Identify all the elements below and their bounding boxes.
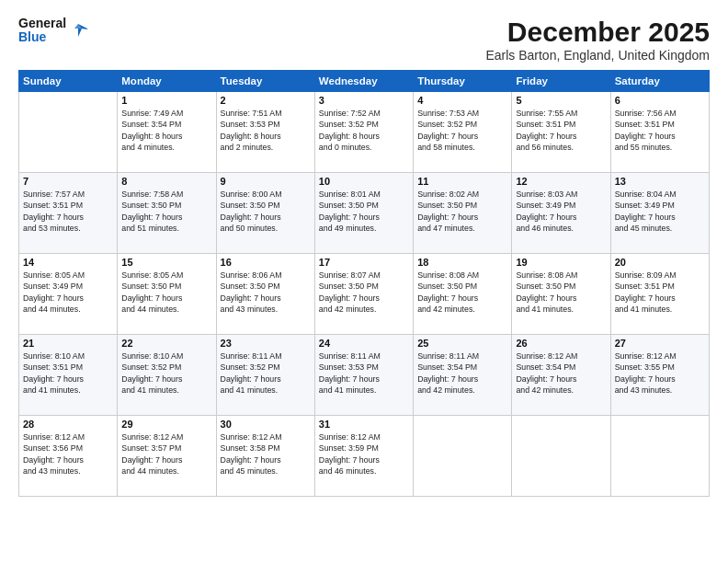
calendar-cell: 18Sunrise: 8:08 AMSunset: 3:50 PMDayligh… <box>414 254 512 335</box>
day-number: 6 <box>615 95 705 106</box>
calendar-cell: 12Sunrise: 8:03 AMSunset: 3:49 PMDayligh… <box>512 173 610 254</box>
cell-info: Sunrise: 8:09 AMSunset: 3:51 PMDaylight:… <box>615 270 705 315</box>
calendar-cell: 20Sunrise: 8:09 AMSunset: 3:51 PMDayligh… <box>610 254 709 335</box>
calendar-header-row: Sunday Monday Tuesday Wednesday Thursday… <box>19 71 710 92</box>
day-number: 14 <box>23 257 113 268</box>
calendar-cell: 30Sunrise: 8:12 AMSunset: 3:58 PMDayligh… <box>216 416 314 497</box>
cell-info: Sunrise: 8:10 AMSunset: 3:52 PMDaylight:… <box>121 350 211 396</box>
calendar-cell: 3Sunrise: 7:52 AMSunset: 3:52 PMDaylight… <box>314 92 413 173</box>
week-row-5: 28Sunrise: 8:12 AMSunset: 3:56 PMDayligh… <box>19 416 710 497</box>
calendar-page: General Blue December 2025 Earls Barton,… <box>0 0 728 563</box>
cell-info: Sunrise: 8:10 AMSunset: 3:51 PMDaylight:… <box>23 350 113 396</box>
day-number: 25 <box>417 338 507 349</box>
cell-info: Sunrise: 8:00 AMSunset: 3:50 PMDaylight:… <box>221 189 311 234</box>
cell-info: Sunrise: 7:52 AMSunset: 3:52 PMDaylight:… <box>319 108 409 153</box>
week-row-1: 1Sunrise: 7:49 AMSunset: 3:54 PMDaylight… <box>19 92 710 173</box>
calendar-cell: 13Sunrise: 8:04 AMSunset: 3:49 PMDayligh… <box>610 173 709 254</box>
cell-info: Sunrise: 8:06 AMSunset: 3:50 PMDaylight:… <box>221 270 311 315</box>
day-number: 13 <box>615 176 705 187</box>
cell-info: Sunrise: 8:05 AMSunset: 3:49 PMDaylight:… <box>23 270 113 315</box>
cell-info: Sunrise: 7:56 AMSunset: 3:51 PMDaylight:… <box>615 108 705 153</box>
cell-info: Sunrise: 7:55 AMSunset: 3:51 PMDaylight:… <box>516 108 606 153</box>
calendar-cell <box>414 416 512 497</box>
week-row-3: 14Sunrise: 8:05 AMSunset: 3:49 PMDayligh… <box>19 254 710 335</box>
calendar-cell: 14Sunrise: 8:05 AMSunset: 3:49 PMDayligh… <box>19 254 118 335</box>
calendar-cell: 16Sunrise: 8:06 AMSunset: 3:50 PMDayligh… <box>216 254 314 335</box>
cell-info: Sunrise: 8:12 AMSunset: 3:59 PMDaylight:… <box>319 431 409 477</box>
week-row-2: 7Sunrise: 7:57 AMSunset: 3:51 PMDaylight… <box>19 173 710 254</box>
day-number: 27 <box>615 338 705 349</box>
header-thursday: Thursday <box>414 71 512 92</box>
cell-info: Sunrise: 8:01 AMSunset: 3:50 PMDaylight:… <box>319 189 409 234</box>
calendar-cell <box>610 416 709 497</box>
cell-info: Sunrise: 8:11 AMSunset: 3:53 PMDaylight:… <box>319 350 409 396</box>
day-number: 12 <box>516 176 606 187</box>
svg-marker-0 <box>78 24 89 37</box>
cell-info: Sunrise: 7:57 AMSunset: 3:51 PMDaylight:… <box>23 189 113 234</box>
cell-info: Sunrise: 7:49 AMSunset: 3:54 PMDaylight:… <box>121 108 211 153</box>
calendar-title: December 2025 <box>485 17 710 48</box>
cell-info: Sunrise: 8:04 AMSunset: 3:49 PMDaylight:… <box>615 189 705 234</box>
day-number: 22 <box>121 338 211 349</box>
day-number: 28 <box>23 419 113 430</box>
day-number: 4 <box>417 95 507 106</box>
calendar-cell: 5Sunrise: 7:55 AMSunset: 3:51 PMDaylight… <box>512 92 610 173</box>
logo-line2: Blue <box>18 30 66 44</box>
calendar-subtitle: Earls Barton, England, United Kingdom <box>485 48 710 63</box>
cell-info: Sunrise: 8:12 AMSunset: 3:57 PMDaylight:… <box>121 431 211 477</box>
day-number: 3 <box>319 95 409 106</box>
cell-info: Sunrise: 8:07 AMSunset: 3:50 PMDaylight:… <box>319 270 409 315</box>
calendar-cell: 26Sunrise: 8:12 AMSunset: 3:54 PMDayligh… <box>512 335 610 416</box>
calendar-cell: 7Sunrise: 7:57 AMSunset: 3:51 PMDaylight… <box>19 173 118 254</box>
day-number: 20 <box>615 257 705 268</box>
cell-info: Sunrise: 7:58 AMSunset: 3:50 PMDaylight:… <box>121 189 211 234</box>
calendar-table: Sunday Monday Tuesday Wednesday Thursday… <box>18 70 710 497</box>
cell-info: Sunrise: 8:12 AMSunset: 3:56 PMDaylight:… <box>23 431 113 477</box>
day-number: 24 <box>319 338 409 349</box>
cell-info: Sunrise: 7:53 AMSunset: 3:52 PMDaylight:… <box>417 108 507 153</box>
day-number: 1 <box>121 95 211 106</box>
day-number: 7 <box>23 176 113 187</box>
day-number: 8 <box>121 176 211 187</box>
calendar-cell: 1Sunrise: 7:49 AMSunset: 3:54 PMDaylight… <box>118 92 216 173</box>
calendar-cell: 9Sunrise: 8:00 AMSunset: 3:50 PMDaylight… <box>216 173 314 254</box>
cell-info: Sunrise: 8:12 AMSunset: 3:58 PMDaylight:… <box>221 431 311 477</box>
day-number: 16 <box>221 257 311 268</box>
calendar-cell: 8Sunrise: 7:58 AMSunset: 3:50 PMDaylight… <box>118 173 216 254</box>
cell-info: Sunrise: 8:05 AMSunset: 3:50 PMDaylight:… <box>121 270 211 315</box>
day-number: 11 <box>417 176 507 187</box>
calendar-cell: 31Sunrise: 8:12 AMSunset: 3:59 PMDayligh… <box>314 416 413 497</box>
calendar-cell: 15Sunrise: 8:05 AMSunset: 3:50 PMDayligh… <box>118 254 216 335</box>
calendar-cell: 6Sunrise: 7:56 AMSunset: 3:51 PMDaylight… <box>610 92 709 173</box>
calendar-cell: 17Sunrise: 8:07 AMSunset: 3:50 PMDayligh… <box>314 254 413 335</box>
day-number: 29 <box>121 419 211 430</box>
calendar-cell: 10Sunrise: 8:01 AMSunset: 3:50 PMDayligh… <box>314 173 413 254</box>
header-tuesday: Tuesday <box>216 71 314 92</box>
calendar-cell: 25Sunrise: 8:11 AMSunset: 3:54 PMDayligh… <box>414 335 512 416</box>
day-number: 21 <box>23 338 113 349</box>
header-friday: Friday <box>512 71 610 92</box>
calendar-cell: 22Sunrise: 8:10 AMSunset: 3:52 PMDayligh… <box>118 335 216 416</box>
header-area: General Blue December 2025 Earls Barton,… <box>18 17 710 63</box>
title-area: December 2025 Earls Barton, England, Uni… <box>485 17 710 63</box>
logo-bird-icon <box>69 20 89 40</box>
calendar-body: 1Sunrise: 7:49 AMSunset: 3:54 PMDaylight… <box>19 92 710 497</box>
day-number: 5 <box>516 95 606 106</box>
header-wednesday: Wednesday <box>314 71 413 92</box>
header-sunday: Sunday <box>19 71 118 92</box>
day-number: 18 <box>417 257 507 268</box>
day-number: 15 <box>121 257 211 268</box>
calendar-cell: 29Sunrise: 8:12 AMSunset: 3:57 PMDayligh… <box>118 416 216 497</box>
day-number: 23 <box>221 338 311 349</box>
day-number: 9 <box>221 176 311 187</box>
calendar-cell: 27Sunrise: 8:12 AMSunset: 3:55 PMDayligh… <box>610 335 709 416</box>
cell-info: Sunrise: 8:03 AMSunset: 3:49 PMDaylight:… <box>516 189 606 234</box>
cell-info: Sunrise: 8:08 AMSunset: 3:50 PMDaylight:… <box>516 270 606 315</box>
calendar-cell: 23Sunrise: 8:11 AMSunset: 3:52 PMDayligh… <box>216 335 314 416</box>
calendar-cell: 21Sunrise: 8:10 AMSunset: 3:51 PMDayligh… <box>19 335 118 416</box>
cell-info: Sunrise: 8:11 AMSunset: 3:52 PMDaylight:… <box>221 350 311 396</box>
calendar-cell: 11Sunrise: 8:02 AMSunset: 3:50 PMDayligh… <box>414 173 512 254</box>
day-number: 2 <box>221 95 311 106</box>
calendar-cell <box>19 92 118 173</box>
calendar-cell: 4Sunrise: 7:53 AMSunset: 3:52 PMDaylight… <box>414 92 512 173</box>
